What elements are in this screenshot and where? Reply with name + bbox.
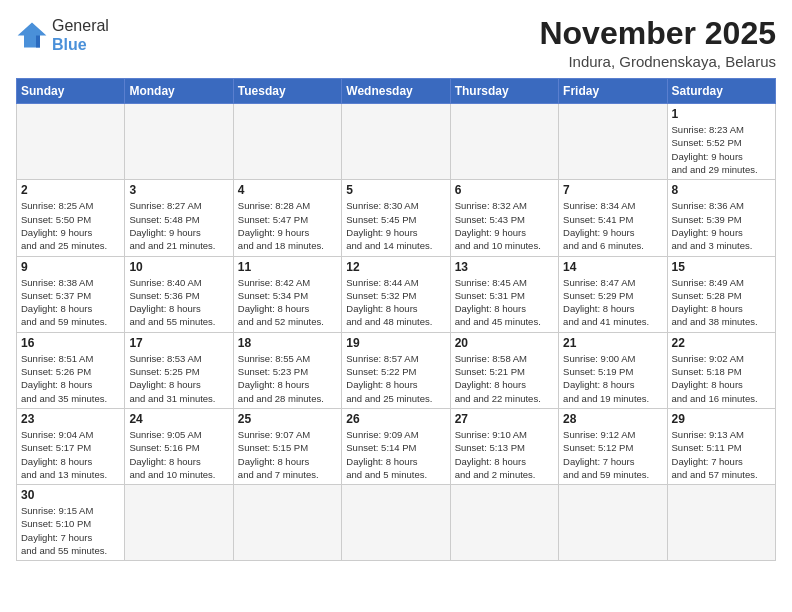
day-info: Sunrise: 9:02 AM Sunset: 5:18 PM Dayligh…: [672, 352, 771, 405]
day-number: 30: [21, 488, 120, 502]
calendar-cell: 7Sunrise: 8:34 AM Sunset: 5:41 PM Daylig…: [559, 180, 667, 256]
day-number: 24: [129, 412, 228, 426]
day-number: 8: [672, 183, 771, 197]
day-number: 20: [455, 336, 554, 350]
calendar-cell: 26Sunrise: 9:09 AM Sunset: 5:14 PM Dayli…: [342, 408, 450, 484]
day-info: Sunrise: 8:58 AM Sunset: 5:21 PM Dayligh…: [455, 352, 554, 405]
calendar-header-row: SundayMondayTuesdayWednesdayThursdayFrid…: [17, 79, 776, 104]
calendar-cell: [450, 485, 558, 561]
calendar-week-3: 9Sunrise: 8:38 AM Sunset: 5:37 PM Daylig…: [17, 256, 776, 332]
calendar-cell: [233, 104, 341, 180]
day-info: Sunrise: 9:04 AM Sunset: 5:17 PM Dayligh…: [21, 428, 120, 481]
day-number: 11: [238, 260, 337, 274]
calendar-cell: 24Sunrise: 9:05 AM Sunset: 5:16 PM Dayli…: [125, 408, 233, 484]
calendar-cell: 29Sunrise: 9:13 AM Sunset: 5:11 PM Dayli…: [667, 408, 775, 484]
calendar-week-4: 16Sunrise: 8:51 AM Sunset: 5:26 PM Dayli…: [17, 332, 776, 408]
col-header-saturday: Saturday: [667, 79, 775, 104]
day-info: Sunrise: 9:07 AM Sunset: 5:15 PM Dayligh…: [238, 428, 337, 481]
col-header-thursday: Thursday: [450, 79, 558, 104]
calendar-cell: 30Sunrise: 9:15 AM Sunset: 5:10 PM Dayli…: [17, 485, 125, 561]
calendar-cell: 13Sunrise: 8:45 AM Sunset: 5:31 PM Dayli…: [450, 256, 558, 332]
day-info: Sunrise: 8:40 AM Sunset: 5:36 PM Dayligh…: [129, 276, 228, 329]
day-info: Sunrise: 8:53 AM Sunset: 5:25 PM Dayligh…: [129, 352, 228, 405]
day-number: 22: [672, 336, 771, 350]
calendar-cell: 25Sunrise: 9:07 AM Sunset: 5:15 PM Dayli…: [233, 408, 341, 484]
calendar-cell: 27Sunrise: 9:10 AM Sunset: 5:13 PM Dayli…: [450, 408, 558, 484]
day-number: 23: [21, 412, 120, 426]
day-number: 9: [21, 260, 120, 274]
col-header-monday: Monday: [125, 79, 233, 104]
day-info: Sunrise: 9:10 AM Sunset: 5:13 PM Dayligh…: [455, 428, 554, 481]
calendar-cell: [125, 485, 233, 561]
calendar-cell: 21Sunrise: 9:00 AM Sunset: 5:19 PM Dayli…: [559, 332, 667, 408]
calendar-cell: [559, 485, 667, 561]
day-number: 19: [346, 336, 445, 350]
month-title: November 2025: [539, 16, 776, 51]
calendar: SundayMondayTuesdayWednesdayThursdayFrid…: [16, 78, 776, 561]
calendar-cell: 9Sunrise: 8:38 AM Sunset: 5:37 PM Daylig…: [17, 256, 125, 332]
col-header-wednesday: Wednesday: [342, 79, 450, 104]
day-info: Sunrise: 8:44 AM Sunset: 5:32 PM Dayligh…: [346, 276, 445, 329]
day-number: 13: [455, 260, 554, 274]
calendar-cell: 6Sunrise: 8:32 AM Sunset: 5:43 PM Daylig…: [450, 180, 558, 256]
calendar-cell: 4Sunrise: 8:28 AM Sunset: 5:47 PM Daylig…: [233, 180, 341, 256]
calendar-cell: [342, 104, 450, 180]
calendar-cell: 15Sunrise: 8:49 AM Sunset: 5:28 PM Dayli…: [667, 256, 775, 332]
day-info: Sunrise: 9:15 AM Sunset: 5:10 PM Dayligh…: [21, 504, 120, 557]
day-number: 5: [346, 183, 445, 197]
calendar-cell: [17, 104, 125, 180]
day-info: Sunrise: 8:30 AM Sunset: 5:45 PM Dayligh…: [346, 199, 445, 252]
day-number: 27: [455, 412, 554, 426]
day-info: Sunrise: 8:28 AM Sunset: 5:47 PM Dayligh…: [238, 199, 337, 252]
calendar-week-5: 23Sunrise: 9:04 AM Sunset: 5:17 PM Dayli…: [17, 408, 776, 484]
day-number: 16: [21, 336, 120, 350]
day-number: 12: [346, 260, 445, 274]
page-header: General Blue November 2025 Indura, Grodn…: [16, 16, 776, 70]
day-info: Sunrise: 8:25 AM Sunset: 5:50 PM Dayligh…: [21, 199, 120, 252]
day-info: Sunrise: 9:05 AM Sunset: 5:16 PM Dayligh…: [129, 428, 228, 481]
day-number: 1: [672, 107, 771, 121]
day-number: 10: [129, 260, 228, 274]
day-info: Sunrise: 8:49 AM Sunset: 5:28 PM Dayligh…: [672, 276, 771, 329]
day-info: Sunrise: 8:34 AM Sunset: 5:41 PM Dayligh…: [563, 199, 662, 252]
day-info: Sunrise: 8:27 AM Sunset: 5:48 PM Dayligh…: [129, 199, 228, 252]
calendar-cell: 23Sunrise: 9:04 AM Sunset: 5:17 PM Dayli…: [17, 408, 125, 484]
calendar-cell: [125, 104, 233, 180]
location: Indura, Grodnenskaya, Belarus: [539, 53, 776, 70]
day-info: Sunrise: 8:47 AM Sunset: 5:29 PM Dayligh…: [563, 276, 662, 329]
calendar-cell: 2Sunrise: 8:25 AM Sunset: 5:50 PM Daylig…: [17, 180, 125, 256]
calendar-cell: [233, 485, 341, 561]
day-number: 17: [129, 336, 228, 350]
calendar-cell: 8Sunrise: 8:36 AM Sunset: 5:39 PM Daylig…: [667, 180, 775, 256]
day-number: 29: [672, 412, 771, 426]
logo-icon: [16, 21, 48, 49]
day-number: 25: [238, 412, 337, 426]
day-number: 2: [21, 183, 120, 197]
calendar-cell: 1Sunrise: 8:23 AM Sunset: 5:52 PM Daylig…: [667, 104, 775, 180]
day-info: Sunrise: 8:32 AM Sunset: 5:43 PM Dayligh…: [455, 199, 554, 252]
day-number: 4: [238, 183, 337, 197]
day-number: 18: [238, 336, 337, 350]
day-number: 6: [455, 183, 554, 197]
day-info: Sunrise: 8:55 AM Sunset: 5:23 PM Dayligh…: [238, 352, 337, 405]
calendar-cell: 22Sunrise: 9:02 AM Sunset: 5:18 PM Dayli…: [667, 332, 775, 408]
calendar-cell: 20Sunrise: 8:58 AM Sunset: 5:21 PM Dayli…: [450, 332, 558, 408]
day-info: Sunrise: 8:45 AM Sunset: 5:31 PM Dayligh…: [455, 276, 554, 329]
day-info: Sunrise: 8:51 AM Sunset: 5:26 PM Dayligh…: [21, 352, 120, 405]
day-number: 26: [346, 412, 445, 426]
title-block: November 2025 Indura, Grodnenskaya, Bela…: [539, 16, 776, 70]
col-header-friday: Friday: [559, 79, 667, 104]
day-info: Sunrise: 8:23 AM Sunset: 5:52 PM Dayligh…: [672, 123, 771, 176]
calendar-cell: [450, 104, 558, 180]
calendar-cell: 10Sunrise: 8:40 AM Sunset: 5:36 PM Dayli…: [125, 256, 233, 332]
calendar-cell: [342, 485, 450, 561]
day-number: 7: [563, 183, 662, 197]
day-number: 14: [563, 260, 662, 274]
calendar-cell: 3Sunrise: 8:27 AM Sunset: 5:48 PM Daylig…: [125, 180, 233, 256]
calendar-cell: [667, 485, 775, 561]
day-info: Sunrise: 8:38 AM Sunset: 5:37 PM Dayligh…: [21, 276, 120, 329]
calendar-cell: 16Sunrise: 8:51 AM Sunset: 5:26 PM Dayli…: [17, 332, 125, 408]
day-info: Sunrise: 9:00 AM Sunset: 5:19 PM Dayligh…: [563, 352, 662, 405]
calendar-cell: [559, 104, 667, 180]
col-header-sunday: Sunday: [17, 79, 125, 104]
